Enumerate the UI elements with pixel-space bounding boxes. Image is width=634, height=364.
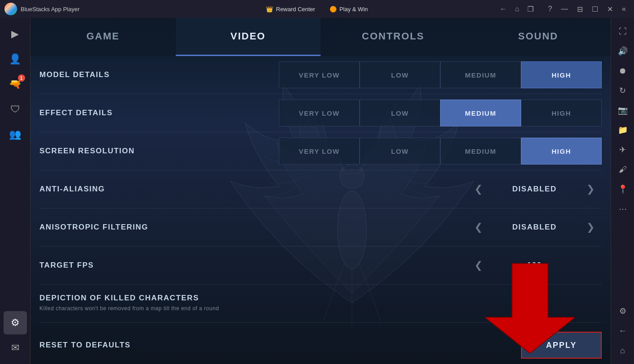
settings-content: MODEL DETAILS VERY LOW LOW MEDIUM HIGH E… — [30, 56, 611, 364]
screen-res-high[interactable]: HIGH — [521, 138, 602, 165]
effect-details-label: EFFECT DETAILS — [39, 108, 255, 117]
rotate-icon: ↻ — [619, 86, 626, 95]
maximize-button[interactable]: ☐ — [588, 4, 602, 14]
folder-icon: 📁 — [618, 125, 628, 135]
sidebar-item-mail[interactable]: ✉ — [4, 336, 27, 360]
crown-icon: 👑 — [266, 6, 273, 13]
airplane-icon: ✈ — [619, 145, 626, 155]
sidebar-item-controls[interactable]: 🔫 1 — [4, 73, 27, 96]
sidebar-item-shield[interactable]: 🛡 — [4, 98, 27, 121]
right-rotate-button[interactable]: ↻ — [614, 82, 632, 100]
play-icon: ▶ — [11, 28, 19, 40]
target-fps-label: TARGET FPS — [39, 261, 255, 270]
right-airplane-button[interactable]: ✈ — [614, 141, 632, 159]
right-screenshot-button[interactable]: 📷 — [614, 101, 632, 119]
app-name: BlueStacks App Player — [21, 6, 494, 13]
expand-icon: ⛶ — [619, 27, 627, 36]
anti-aliasing-left-arrow[interactable]: ❮ — [467, 180, 490, 199]
right-expand-button[interactable]: ⛶ — [614, 22, 632, 40]
right-brush-button[interactable]: 🖌 — [614, 160, 632, 178]
model-details-label: MODEL DETAILS — [39, 70, 255, 79]
left-sidebar: ▶ 👤 🔫 1 🛡 👥 ⚙ ✉ — [0, 18, 30, 364]
titlebar-right: ? — ⊟ ☐ ✕ « — [544, 4, 630, 14]
sidebar-item-profile[interactable]: 👤 — [4, 48, 27, 71]
anti-aliasing-label: ANTI-ALIASING — [39, 185, 255, 194]
sidebar-toggle-button[interactable]: « — [618, 4, 630, 14]
anisotropic-right-arrow[interactable]: ❯ — [579, 218, 602, 237]
settings-tabs: GAME VIDEO CONTROLS SOUND — [30, 18, 611, 56]
screen-resolution-row: SCREEN RESOLUTION VERY LOW LOW MEDIUM HI… — [39, 132, 602, 170]
right-speaker-button[interactable]: 🔊 — [614, 42, 632, 60]
model-details-low[interactable]: LOW — [360, 61, 440, 88]
target-fps-controls: ❮ 120 ❯ — [255, 256, 602, 275]
play-win-button[interactable]: 🟠 Play & Win — [326, 4, 372, 14]
anisotropic-left-arrow[interactable]: ❮ — [467, 218, 490, 237]
effect-details-very-low[interactable]: VERY LOW — [279, 100, 360, 126]
sidebar-item-play[interactable]: ▶ — [4, 22, 27, 46]
reward-center-button[interactable]: 👑 Reward Center — [262, 4, 318, 14]
content-area: GAME VIDEO CONTROLS SOUND MODEL DETAILS … — [30, 18, 611, 364]
tab-game[interactable]: GAME — [30, 18, 176, 56]
back2-icon: ← — [619, 326, 627, 336]
controls-badge: 1 — [18, 74, 25, 82]
settings-icon: ⚙ — [11, 317, 20, 329]
location-icon: 📍 — [618, 184, 628, 194]
titlebar-nav: ← ⌂ ❐ — [497, 4, 537, 14]
right-location-button[interactable]: 📍 — [614, 180, 632, 198]
home2-icon: ⌂ — [620, 346, 625, 355]
tab-sound[interactable]: SOUND — [466, 18, 611, 56]
target-fps-left-arrow[interactable]: ❮ — [467, 256, 490, 275]
windows-button[interactable]: ❐ — [525, 4, 536, 14]
right-home-button[interactable]: ⌂ — [614, 342, 632, 360]
sidebar-item-settings[interactable]: ⚙ — [4, 311, 27, 334]
model-details-row: MODEL DETAILS VERY LOW LOW MEDIUM HIGH — [39, 56, 602, 94]
right-folder-button[interactable]: 📁 — [614, 121, 632, 139]
anti-aliasing-right-arrow[interactable]: ❯ — [579, 180, 602, 199]
effect-details-low[interactable]: LOW — [360, 100, 440, 126]
anisotropic-controls: ❮ DISABLED ❯ — [255, 218, 602, 237]
anti-aliasing-controls: ❮ DISABLED ❯ — [255, 180, 602, 199]
screen-res-very-low[interactable]: VERY LOW — [279, 138, 360, 165]
right-gear-button[interactable]: ⚙ — [614, 302, 632, 320]
reset-apply-row: RESET TO DEFAULTS APPLY — [39, 323, 602, 364]
home-button[interactable]: ⌂ — [512, 4, 522, 14]
right-more-button[interactable]: ⋯ — [614, 200, 632, 218]
effect-details-medium[interactable]: MEDIUM — [440, 100, 521, 126]
model-details-high[interactable]: HIGH — [521, 61, 602, 88]
play-win-label: Play & Win — [339, 6, 368, 13]
model-details-very-low[interactable]: VERY LOW — [279, 61, 360, 88]
anisotropic-value: DISABLED — [490, 223, 579, 232]
titlebar-center: 👑 Reward Center 🟠 Play & Win — [262, 4, 371, 14]
effect-details-controls: VERY LOW LOW MEDIUM HIGH — [255, 100, 602, 126]
anisotropic-selector: ❮ DISABLED ❯ — [279, 218, 602, 237]
reward-center-label: Reward Center — [276, 6, 315, 13]
anisotropic-label: ANISOTROPIC FILTERING — [39, 223, 255, 232]
close-button[interactable]: ✕ — [604, 4, 617, 14]
target-fps-row: TARGET FPS ❮ 120 ❯ — [39, 247, 602, 285]
mail-icon: ✉ — [11, 342, 19, 354]
speaker-icon: 🔊 — [618, 46, 628, 56]
tab-controls[interactable]: CONTROLS — [321, 18, 466, 56]
model-details-controls: VERY LOW LOW MEDIUM HIGH — [255, 61, 602, 88]
restore-button[interactable]: ⊟ — [573, 4, 586, 14]
sidebar-item-friends[interactable]: 👥 — [4, 123, 27, 146]
target-fps-selector: ❮ 120 ❯ — [279, 256, 602, 275]
anti-aliasing-row: ANTI-ALIASING ❮ DISABLED ❯ — [39, 170, 602, 208]
tab-video[interactable]: VIDEO — [176, 18, 321, 56]
anisotropic-row: ANISOTROPIC FILTERING ❮ DISABLED ❯ — [39, 208, 602, 247]
effect-details-high[interactable]: HIGH — [521, 100, 602, 126]
right-record-button[interactable]: ⏺ — [614, 62, 632, 80]
screen-res-low[interactable]: LOW — [360, 138, 440, 165]
app-logo — [4, 3, 17, 15]
apply-controls: APPLY — [255, 332, 602, 359]
apply-button[interactable]: APPLY — [521, 332, 602, 359]
back-button[interactable]: ← — [497, 4, 510, 14]
record-icon: ⏺ — [619, 66, 627, 76]
minimize-button[interactable]: — — [557, 4, 572, 14]
right-sidebar: ⛶ 🔊 ⏺ ↻ 📷 📁 ✈ 🖌 📍 ⋯ ⚙ — [611, 18, 634, 364]
screen-res-medium[interactable]: MEDIUM — [440, 138, 521, 165]
help-button[interactable]: ? — [544, 4, 556, 14]
target-fps-value: 120 — [490, 261, 579, 270]
model-details-medium[interactable]: MEDIUM — [440, 61, 521, 88]
right-back-button[interactable]: ← — [614, 322, 632, 340]
